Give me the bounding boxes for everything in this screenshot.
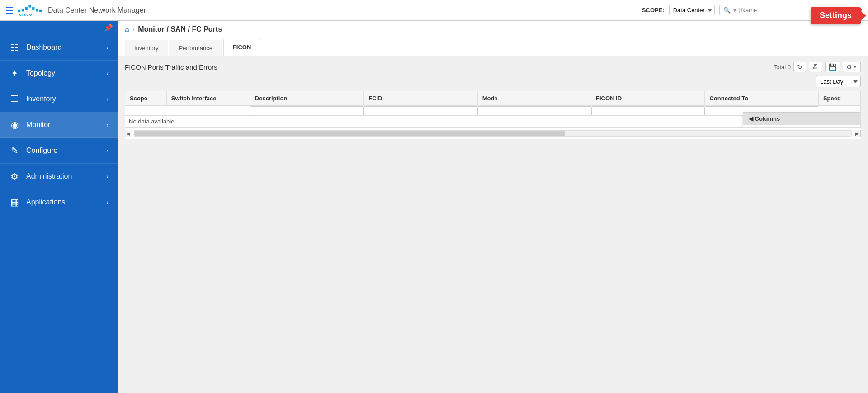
top-navbar: ☰ CISCO Data Center Network Manager SCOP… <box>0 0 868 21</box>
search-box: 🔍 ▼ <box>719 5 821 15</box>
svg-rect-2 <box>32 7 34 10</box>
col-header-scope: Scope <box>125 91 166 106</box>
refresh-button[interactable]: ↻ <box>793 62 806 72</box>
sidebar-item-applications[interactable]: ▦ Applications › <box>0 189 118 215</box>
svg-text:CISCO: CISCO <box>19 13 33 16</box>
monitor-icon: ◉ <box>9 119 20 130</box>
fcid-filter-input[interactable] <box>364 106 477 115</box>
col-header-description: Description <box>250 91 363 106</box>
inventory-icon: ☰ <box>9 94 20 104</box>
configure-icon: ✎ <box>9 145 20 156</box>
filter-scope <box>125 106 166 116</box>
sidebar-label-administration: Administration <box>26 172 100 180</box>
scroll-right-arrow[interactable]: ▶ <box>854 130 861 137</box>
sidebar-label-inventory: Inventory <box>26 95 100 103</box>
sidebar: 📌 ☷ Dashboard › ✦ Topology › ☰ Inventory… <box>0 21 118 393</box>
sidebar-item-configure[interactable]: ✎ Configure › <box>0 138 118 164</box>
cisco-logo-svg: CISCO <box>18 5 42 16</box>
sidebar-label-applications: Applications <box>26 198 100 206</box>
sidebar-item-inventory[interactable]: ☰ Inventory › <box>0 86 118 112</box>
topology-icon: ✦ <box>9 68 20 79</box>
search-dropdown[interactable]: ▼ <box>732 8 740 13</box>
col-header-mode: Mode <box>477 91 591 106</box>
svg-rect-6 <box>39 9 42 12</box>
breadcrumb-sep: / <box>133 26 135 33</box>
filter-description[interactable] <box>250 106 363 116</box>
scroll-left-arrow[interactable]: ◀ <box>125 130 132 137</box>
col-item-scope[interactable]: ✓ Scope <box>743 125 860 128</box>
gear-icon: ⚙ <box>846 63 852 71</box>
topology-arrow: › <box>106 70 108 77</box>
description-filter-input[interactable] <box>250 106 363 115</box>
gear-dropdown-arrow: ▼ <box>853 65 857 69</box>
tab-ficon[interactable]: FICON <box>223 39 260 56</box>
col-header-speed: Speed <box>818 91 860 106</box>
scroll-area: ◀ ▶ <box>125 128 861 139</box>
inventory-arrow: › <box>106 95 108 103</box>
breadcrumb-bar: ⌂ / Monitor / SAN / FC Ports Settings <box>118 21 868 38</box>
sidebar-label-monitor: Monitor <box>26 121 100 129</box>
col-header-connected-to: Connected To <box>705 91 818 106</box>
monitor-arrow: › <box>106 121 108 128</box>
filter-fcid[interactable] <box>364 106 477 116</box>
tab-performance[interactable]: Performance <box>169 40 222 56</box>
ficon-id-filter-input[interactable] <box>591 106 705 115</box>
scroll-thumb <box>134 131 565 136</box>
columns-panel-header[interactable]: ◀ Columns <box>743 113 860 125</box>
sidebar-item-topology[interactable]: ✦ Topology › <box>0 61 118 86</box>
tabs-bar: Inventory Performance FICON <box>118 38 868 56</box>
col-header-fcid: FCID <box>364 91 477 106</box>
col-header-switch-interface: Switch Interface <box>166 91 250 106</box>
applications-arrow: › <box>106 199 108 206</box>
table-title: FICON Ports Traffic and Errors <box>125 63 217 71</box>
scope-label: SCOPE: <box>642 7 665 14</box>
settings-badge[interactable]: Settings <box>811 21 861 24</box>
sidebar-item-administration[interactable]: ⚙ Administration › <box>0 164 118 189</box>
pin-icon[interactable]: 📌 <box>104 24 113 32</box>
sidebar-label-topology: Topology <box>26 69 100 77</box>
time-filter-row: Last Day Last Hour Last Week Last Month <box>125 76 861 87</box>
configure-arrow: › <box>106 147 108 154</box>
print-button[interactable]: 🖶 <box>809 62 822 72</box>
administration-icon: ⚙ <box>9 171 20 182</box>
svg-rect-0 <box>28 5 31 7</box>
filter-ficon-id[interactable] <box>591 106 705 116</box>
main-layout: 📌 ☷ Dashboard › ✦ Topology › ☰ Inventory… <box>0 21 868 393</box>
content-area: ⌂ / Monitor / SAN / FC Ports Settings In… <box>118 21 868 393</box>
search-icon: 🔍 <box>723 7 731 14</box>
table-section: FICON Ports Traffic and Errors Total 0 ↻… <box>118 56 868 393</box>
export-button[interactable]: 💾 <box>825 62 840 72</box>
mode-filter-input[interactable] <box>477 106 591 115</box>
filter-mode[interactable] <box>477 106 591 116</box>
dashboard-icon: ☷ <box>9 42 20 53</box>
sidebar-label-configure: Configure <box>26 147 100 155</box>
sidebar-item-monitor[interactable]: ◉ Monitor › <box>0 112 118 138</box>
search-input[interactable] <box>741 7 817 14</box>
home-icon[interactable]: ⌂ <box>125 25 129 33</box>
col-header-ficon-id: FICON ID <box>591 91 705 106</box>
scroll-bar[interactable] <box>134 130 852 137</box>
app-title: Data Center Network Manager <box>48 6 146 14</box>
tab-inventory[interactable]: Inventory <box>125 40 168 56</box>
columns-panel-title: ◀ Columns <box>749 115 780 122</box>
scope-select[interactable]: Data Center <box>669 5 715 15</box>
time-select[interactable]: Last Day Last Hour Last Week Last Month <box>816 76 861 87</box>
data-table-wrapper: Scope Switch Interface Description FCID <box>125 91 861 128</box>
svg-rect-3 <box>22 9 24 12</box>
svg-rect-5 <box>18 9 20 12</box>
columns-panel: ◀ Columns ✓ Scope ✓ Switch Interface ✓ D… <box>743 112 860 128</box>
svg-rect-4 <box>36 9 38 12</box>
applications-icon: ▦ <box>9 197 20 208</box>
sidebar-item-dashboard[interactable]: ☷ Dashboard › <box>0 35 118 61</box>
total-label: Total 0 <box>774 64 791 71</box>
sidebar-label-dashboard: Dashboard <box>26 43 100 52</box>
sidebar-pin: 📌 <box>0 21 118 35</box>
dashboard-arrow: › <box>106 44 108 51</box>
administration-arrow: › <box>106 173 108 180</box>
breadcrumb-text: Monitor / SAN / FC Ports <box>138 25 222 33</box>
gear-dropdown-button[interactable]: ⚙ ▼ <box>843 62 861 72</box>
menu-icon[interactable]: ☰ <box>5 5 14 16</box>
cisco-logo: CISCO <box>18 5 42 16</box>
svg-rect-1 <box>25 7 28 10</box>
filter-switch-interface <box>166 106 250 116</box>
